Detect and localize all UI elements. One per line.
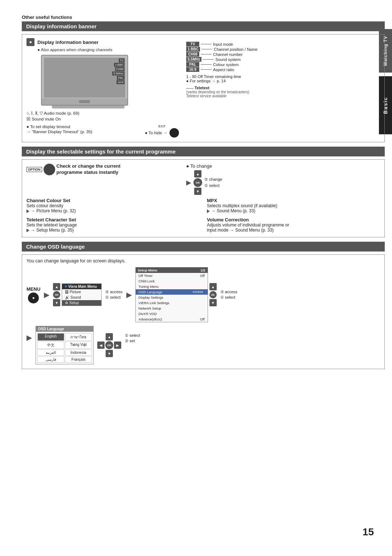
left-lang[interactable]: ◀ <box>97 342 105 349</box>
osd-section-header: Change OSD language <box>22 242 385 252</box>
volume-correction: Volume Correction Adjusts volume of indi… <box>207 217 380 233</box>
ok-button[interactable]: OK <box>193 178 202 187</box>
tv-illustration: TV 1 BBC CH08 5.5MHz PAL 16:9 <box>26 55 179 109</box>
setup-advance[interactable]: Advance(sfccc)Off <box>136 316 208 322</box>
tv-screen-mock: TV 1 BBC CH08 5.5MHz PAL 16:9 <box>41 55 128 106</box>
banner-left: ■ Display information banner ● Also appe… <box>26 38 179 138</box>
select-lang-label: ① select <box>125 333 140 338</box>
colour-sys-desc: Colour system <box>213 62 238 67</box>
osd-section: You can change language for on screen di… <box>22 254 385 369</box>
exit-label: EXIT <box>145 124 179 128</box>
channel-name-tag: 1 BBC <box>186 47 200 52</box>
lang-arabic[interactable]: العربية <box>37 349 64 356</box>
exit-circle-icon[interactable] <box>170 128 179 138</box>
to-set-text: ● To set display timeout <box>26 124 92 129</box>
banner-title: Display information banner <box>37 40 98 45</box>
up-arrow-btn[interactable]: ▲ <box>194 170 201 177</box>
lang-header: OSD Language <box>36 326 93 332</box>
setup-child-lock[interactable]: Child Lock <box>136 278 208 284</box>
features-grid: Channel Colour Set Sets colour density →… <box>26 198 380 233</box>
setup-divx[interactable]: DivX® VOD <box>136 311 208 316</box>
selectable-section: OPTION Check or change the current progr… <box>22 159 385 237</box>
sound-sys-desc: Sound system <box>215 57 241 62</box>
audio-mode-text: ○, Ⅰ, Ⅱ, ▽ Audio mode (p. 69) <box>26 111 179 116</box>
aspect-desc: Aspect ratio <box>213 68 234 72</box>
channel-num-tag: CH08 <box>186 52 199 57</box>
main-menu-header: ✦ Viera Main Menu <box>62 284 101 289</box>
lang-farsi[interactable]: فارسی <box>37 356 64 363</box>
down-nav[interactable]: ▼ <box>53 299 60 306</box>
set-lang-label: ② set <box>125 339 140 343</box>
page-number: 15 <box>363 526 374 538</box>
menu-setup[interactable]: ⚙ Setup <box>62 300 101 306</box>
down-nav2[interactable]: ▼ <box>209 299 217 306</box>
audio-mute-info: ○, Ⅰ, Ⅱ, ▽ Audio mode (p. 69) ☒ Sound mu… <box>26 111 179 122</box>
ok-nav[interactable]: OK <box>53 291 60 298</box>
for-settings-text: ● For settings → p. 14 <box>186 79 380 83</box>
ok-lang[interactable]: OK <box>105 341 113 349</box>
to-hide-text: ● To hide → <box>145 131 167 135</box>
channel-pos-desc: Channel position / Name <box>214 47 257 52</box>
timeout-ref: → "Banner Display Timeout" (p. 35) <box>26 130 92 134</box>
setup-viera-link[interactable]: VIERA Link Settings <box>136 300 208 306</box>
mute-text: ☒ Sound mute On <box>26 116 61 122</box>
recall-button[interactable]: ■ <box>26 38 34 46</box>
select1b-label: ① select <box>220 295 237 300</box>
channel-colour-set: Channel Colour Set Sets colour density →… <box>26 198 200 213</box>
to-change-text: ● To change <box>186 163 380 169</box>
lang-indonesia[interactable]: Indonesia <box>65 349 92 356</box>
mpx-feature: MPX Selects multiplex sound (if availabl… <box>207 198 380 213</box>
lang-french[interactable]: Français <box>65 356 92 363</box>
teletext-char-set: Teletext Character Set Sets the teletext… <box>26 217 200 233</box>
down-arrow-btn[interactable]: ▼ <box>194 188 201 195</box>
teletext-sub2: Teletext service available <box>186 94 380 98</box>
option-badge: OPTION <box>26 167 42 172</box>
setup-network[interactable]: Network Setup <box>136 306 208 311</box>
tv-tag: TV <box>186 42 199 46</box>
access2-label: ② access <box>105 290 122 294</box>
down-lang[interactable]: ▼ <box>106 350 113 357</box>
up-lang[interactable]: ▲ <box>106 333 113 340</box>
lang-thai[interactable]: ภาษาไทย <box>65 333 92 341</box>
setup-display-settings[interactable]: Display Settings <box>136 295 208 300</box>
colour-sys-tag: PAL <box>186 62 199 67</box>
up-nav[interactable]: ▲ <box>53 283 60 290</box>
banner-subtitle: ● Also appears when changing channels <box>37 48 179 52</box>
menu-flow: MENU ■ ▶ ▲ OK ▼ ✦ Viera Main Menu <box>26 267 380 322</box>
banner-section-header: Display information banner <box>22 21 385 31</box>
osd-lang-section: ▶ OSD Language English ภาษาไทย 中文 Tiếng … <box>26 326 380 364</box>
up-nav2[interactable]: ▲ <box>209 283 217 290</box>
right-lang[interactable]: ▶ <box>114 342 121 349</box>
menu-sound[interactable]: 🔊 Sound <box>62 295 101 300</box>
off-timer-text: 1 - 90 Off Timer remaining time <box>186 74 380 79</box>
arrow-icon <box>207 209 210 213</box>
setup-tuning-menu[interactable]: Tuning Menu <box>136 284 208 289</box>
teletext-label: Teletext <box>195 86 209 90</box>
menu-button[interactable]: ■ <box>28 293 39 303</box>
input-mode-desc: Input mode <box>213 42 233 46</box>
setup-menu-box: Setup Menu 1/2 Off TimerOff Child Lock T… <box>135 267 208 322</box>
lang-chinese[interactable]: 中文 <box>37 342 64 349</box>
menu-label: MENU <box>26 286 40 292</box>
check-title2: programme status instantly <box>57 169 121 176</box>
teletext-sub1: (varies depending on the broadcasters) <box>186 90 380 94</box>
main-menu-box: ✦ Viera Main Menu 🖼 Picture 🔊 Sound ⚙ Se… <box>62 283 102 306</box>
aspect-tag: 16:9 <box>186 67 199 72</box>
set-hide-row: ● To set display timeout → "Banner Displ… <box>26 124 179 138</box>
lang-english[interactable]: English <box>37 333 64 341</box>
lang-vietnamese[interactable]: Tiếng Việt <box>65 342 92 349</box>
ok-nav2[interactable]: OK <box>209 291 217 298</box>
setup-osd-language[interactable]: OSD LanguageAccess <box>136 289 208 295</box>
setup-off-timer[interactable]: Off TimerOff <box>136 273 208 278</box>
lang-grid: English ภาษาไทย 中文 Tiếng Việt العربية In… <box>36 332 93 364</box>
section-title: Other useful functions <box>22 15 385 20</box>
option-button-icon[interactable] <box>44 164 55 175</box>
menu-picture[interactable]: 🖼 Picture <box>62 289 101 295</box>
sound-sys-tag: 5.5MHz <box>186 57 201 62</box>
osd-description: You can change language for on screen di… <box>26 258 380 263</box>
arrow-icon <box>26 209 29 213</box>
banner-section: ■ Display information banner ● Also appe… <box>22 34 385 142</box>
arrow-icon <box>26 229 29 232</box>
tv-label-annotations: TV Input mode 1 BBC Channel position / N… <box>186 38 380 138</box>
selectable-section-header: Display the selectable settings for the … <box>22 147 385 156</box>
